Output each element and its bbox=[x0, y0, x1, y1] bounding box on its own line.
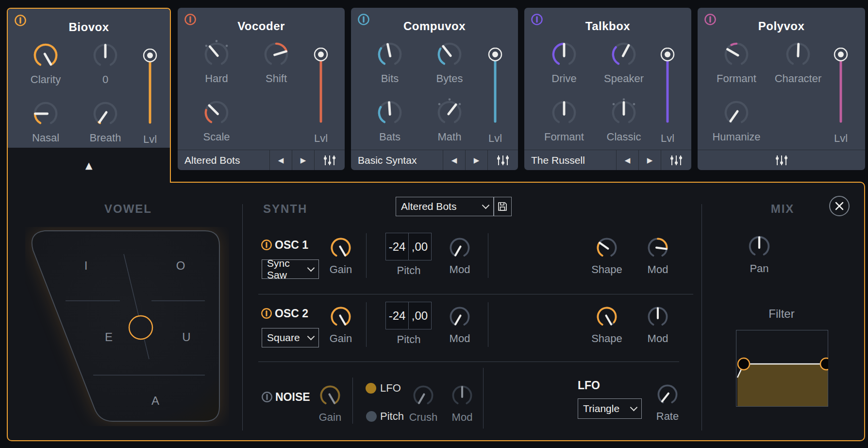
knob-character[interactable]: Character bbox=[771, 39, 825, 85]
chevron-down-icon bbox=[307, 264, 315, 272]
osc2-wave-dropdown[interactable]: Square bbox=[262, 328, 319, 347]
chevron-down-icon bbox=[482, 202, 490, 209]
preset-mixer-button[interactable] bbox=[775, 150, 788, 170]
collapse-area: ▲ bbox=[8, 148, 170, 183]
preset-name[interactable]: Basic Syntax bbox=[351, 150, 443, 170]
osc1-pitch-cents[interactable]: ,00 bbox=[408, 233, 432, 260]
mix-section-title: MIX bbox=[734, 202, 831, 216]
divider bbox=[488, 233, 488, 278]
preset-name[interactable]: The Russell bbox=[524, 150, 616, 170]
filter-label: Filter bbox=[755, 307, 808, 321]
divider bbox=[366, 233, 367, 278]
knob-bytes[interactable]: Bytes bbox=[423, 39, 476, 85]
level-slider[interactable] bbox=[830, 48, 851, 128]
osc2-shape-knob[interactable]: Shape bbox=[580, 304, 634, 345]
synth-mix-divider bbox=[701, 204, 702, 431]
vowel-section-title: VOWEL bbox=[80, 202, 177, 216]
osc1-wave-value: Sync Saw bbox=[267, 258, 305, 281]
osc1-pitch-semitones[interactable]: -24 bbox=[385, 233, 409, 260]
mixer-sliders-icon bbox=[497, 154, 509, 167]
knob-drive[interactable]: Drive bbox=[537, 39, 591, 85]
mix-pan-knob[interactable]: Pan bbox=[733, 233, 786, 275]
knob-bits[interactable]: Bits bbox=[363, 39, 417, 85]
level-slider[interactable] bbox=[657, 48, 678, 128]
collapse-button[interactable]: ▲ bbox=[85, 161, 93, 170]
preset-next-button[interactable]: ▶ bbox=[292, 150, 314, 170]
level-label: Lvl bbox=[641, 132, 694, 145]
filter-graph[interactable] bbox=[736, 330, 828, 407]
mixer-sliders-icon bbox=[670, 154, 683, 167]
knob-formant-shift[interactable]: 0 bbox=[79, 40, 132, 86]
preset-mixer-button[interactable] bbox=[661, 150, 691, 170]
knob-bats[interactable]: Bats bbox=[363, 98, 417, 143]
osc2-pitch-label: Pitch bbox=[382, 333, 435, 346]
preset-prev-button[interactable]: ◀ bbox=[616, 150, 638, 170]
knob-hard[interactable]: Hard bbox=[190, 39, 243, 85]
vowel-letter-u: U bbox=[182, 330, 190, 344]
knob-clarity[interactable]: Clarity bbox=[19, 40, 72, 86]
osc1-shape-knob[interactable]: Shape bbox=[580, 235, 634, 276]
osc-row-separator bbox=[258, 294, 693, 294]
lfo-wave-dropdown[interactable]: Triangle bbox=[578, 398, 642, 419]
vowel-pad-shape bbox=[32, 231, 219, 421]
mixer-sliders-icon bbox=[775, 154, 788, 167]
preset-bar bbox=[698, 150, 865, 170]
power-icon[interactable] bbox=[260, 239, 273, 251]
osc2-pitch-mod-knob[interactable]: Mod bbox=[433, 304, 486, 345]
module-biovox-body: Biovox Clarity 0 Nasal Breath Lvl bbox=[8, 9, 170, 148]
osc1-shape-mod-knob[interactable]: Mod bbox=[631, 235, 684, 276]
osc2-label: OSC 2 bbox=[275, 307, 308, 320]
synth-preset-value: Altered Bots bbox=[401, 201, 456, 212]
noise-pitch-radio[interactable] bbox=[366, 411, 377, 422]
power-icon[interactable] bbox=[261, 391, 273, 403]
filter-lowcut-node[interactable] bbox=[738, 358, 750, 370]
lfo-rate-knob[interactable]: Rate bbox=[641, 382, 694, 422]
osc1-wave-dropdown[interactable]: Sync Saw bbox=[262, 259, 319, 279]
knob-shift[interactable]: Shift bbox=[250, 39, 303, 85]
preset-name[interactable]: Altered Bots bbox=[178, 150, 269, 170]
osc2-shape-mod-knob[interactable]: Mod bbox=[631, 304, 684, 345]
knob-humanize[interactable]: Humanize bbox=[710, 98, 763, 143]
vowel-xy-pad[interactable]: I O E U A bbox=[25, 227, 229, 426]
power-icon[interactable] bbox=[260, 307, 273, 320]
preset-mixer-button[interactable] bbox=[314, 150, 345, 170]
noise-gain-knob[interactable]: Gain bbox=[303, 383, 357, 423]
level-slider[interactable] bbox=[139, 49, 161, 129]
preset-prev-button[interactable]: ◀ bbox=[443, 150, 465, 170]
osc2-pitch-semitones[interactable]: -24 bbox=[385, 302, 409, 329]
lfo-wave-value: Triangle bbox=[583, 403, 619, 414]
module-biovox: Biovox Clarity 0 Nasal Breath Lvl ▲ bbox=[7, 8, 171, 183]
close-panel-button[interactable] bbox=[829, 195, 850, 217]
filter-highcut-node[interactable] bbox=[820, 358, 828, 370]
noise-mod-knob[interactable]: Mod bbox=[435, 383, 489, 423]
osc2-gain-knob[interactable]: Gain bbox=[314, 304, 367, 345]
preset-bar: The Russell ◀ ▶ bbox=[524, 150, 691, 170]
floppy-disk-icon bbox=[497, 201, 508, 212]
save-preset-button[interactable] bbox=[494, 197, 512, 216]
osc1-label: OSC 1 bbox=[275, 238, 308, 252]
level-slider[interactable] bbox=[484, 48, 506, 128]
knob-speaker[interactable]: Speaker bbox=[597, 39, 651, 85]
osc2-wave-value: Square bbox=[267, 332, 300, 344]
preset-mixer-button[interactable] bbox=[487, 150, 518, 170]
module-title: Compuvox bbox=[351, 19, 518, 33]
level-label: Lvl bbox=[468, 132, 522, 145]
preset-next-button[interactable]: ▶ bbox=[638, 150, 661, 170]
noise-lfo-radio[interactable] bbox=[366, 383, 376, 394]
chevron-down-icon bbox=[630, 404, 638, 412]
knob-nasal[interactable]: Nasal bbox=[19, 99, 72, 144]
osc2-pitch-cents[interactable]: ,00 bbox=[408, 302, 432, 329]
preset-prev-button[interactable]: ◀ bbox=[269, 150, 292, 170]
preset-next-button[interactable]: ▶ bbox=[465, 150, 487, 170]
filter-curve-fill bbox=[737, 364, 828, 406]
osc1-gain-knob[interactable]: Gain bbox=[314, 235, 367, 276]
module-title: Biovox bbox=[8, 20, 170, 34]
knob-scale[interactable]: Scale bbox=[190, 98, 243, 143]
vowel-letter-e: E bbox=[105, 330, 113, 344]
vowel-letter-o: O bbox=[176, 259, 185, 272]
level-slider[interactable] bbox=[310, 48, 332, 128]
osc1-pitch-mod-knob[interactable]: Mod bbox=[433, 235, 486, 276]
synth-preset-dropdown[interactable]: Altered Bots bbox=[396, 197, 494, 216]
knob-formant[interactable]: Formant bbox=[537, 98, 591, 143]
knob-formant[interactable]: Formant bbox=[710, 39, 763, 85]
